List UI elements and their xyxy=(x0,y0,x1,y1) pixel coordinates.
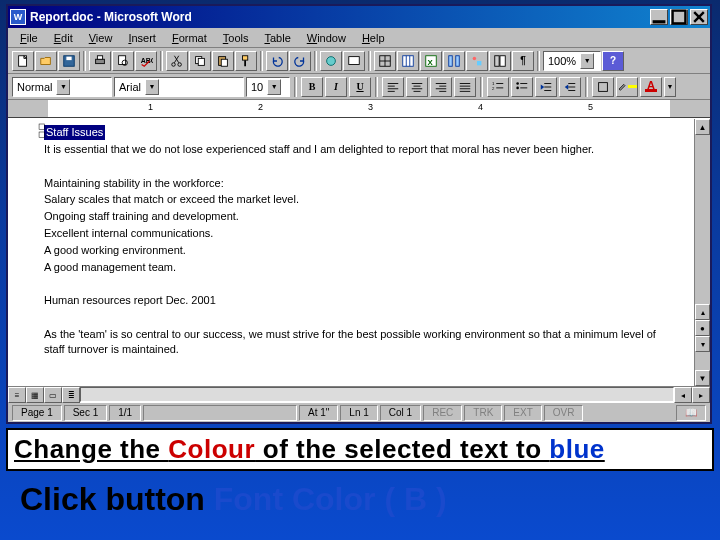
font-dropdown[interactable]: Arial ▼ xyxy=(114,77,244,97)
doc-list-heading[interactable]: Maintaining stability in the workforce: xyxy=(44,176,678,191)
borders-icon[interactable] xyxy=(592,77,614,97)
spellcheck-icon[interactable]: ABC xyxy=(135,51,157,71)
tables-borders-icon[interactable] xyxy=(374,51,396,71)
scroll-left-icon[interactable]: ◂ xyxy=(674,387,692,403)
doc-list-item[interactable]: Excellent internal communications. xyxy=(44,226,678,241)
page-layout-view-icon[interactable]: ▭ xyxy=(44,387,62,403)
copy-icon[interactable] xyxy=(189,51,211,71)
prev-page-icon[interactable]: ▴ xyxy=(695,304,710,320)
align-left-icon[interactable] xyxy=(382,77,404,97)
maximize-button[interactable] xyxy=(670,9,688,25)
italic-button[interactable]: I xyxy=(325,77,347,97)
menu-help[interactable]: Help xyxy=(354,30,393,46)
standard-toolbar: ABC X ¶ 100% ▼ ? xyxy=(8,48,710,74)
undo-icon[interactable] xyxy=(266,51,288,71)
help-icon[interactable]: ? xyxy=(602,51,624,71)
horizontal-scrollbar[interactable] xyxy=(80,387,674,402)
hyperlink-icon[interactable] xyxy=(320,51,342,71)
decrease-indent-icon[interactable] xyxy=(535,77,557,97)
menu-tools[interactable]: Tools xyxy=(215,30,257,46)
menu-insert[interactable]: Insert xyxy=(120,30,164,46)
font-color-letter: A xyxy=(647,81,655,89)
align-justify-icon[interactable] xyxy=(454,77,476,97)
status-trk[interactable]: TRK xyxy=(464,405,502,421)
print-icon[interactable] xyxy=(89,51,111,71)
menu-window[interactable]: Window xyxy=(299,30,354,46)
cut-icon[interactable] xyxy=(166,51,188,71)
document-content[interactable]: Staff Issues It is essential that we do … xyxy=(8,119,710,365)
align-center-icon[interactable] xyxy=(406,77,428,97)
ruler-tick: 5 xyxy=(588,102,593,112)
online-layout-view-icon[interactable]: ▦ xyxy=(26,387,44,403)
style-dropdown[interactable]: Normal ▼ xyxy=(12,77,112,97)
scroll-down-icon[interactable]: ▼ xyxy=(695,370,710,386)
status-book-icon[interactable]: 📖 xyxy=(676,405,706,421)
highlight-button[interactable] xyxy=(616,77,638,97)
font-size-dropdown[interactable]: 10 ▼ xyxy=(246,77,290,97)
instr1-blue: blue xyxy=(549,434,604,464)
doc-list-item[interactable]: A good management team. xyxy=(44,260,678,275)
web-toolbar-icon[interactable] xyxy=(343,51,365,71)
document-area[interactable]: ◻◻ Staff Issues It is essential that we … xyxy=(8,118,710,386)
menu-view[interactable]: View xyxy=(81,30,121,46)
formatting-toolbar: Normal ▼ Arial ▼ 10 ▼ B I U 12 A ▼ xyxy=(8,74,710,100)
doc-list-item[interactable]: A good working environment. xyxy=(44,243,678,258)
chevron-down-icon[interactable]: ▼ xyxy=(56,79,70,95)
svg-point-60 xyxy=(516,86,519,89)
vertical-scrollbar[interactable]: ▲ ▴ ● ▾ ▼ xyxy=(694,119,710,386)
show-paragraph-icon[interactable]: ¶ xyxy=(512,51,534,71)
doc-list-item[interactable]: Ongoing staff training and development. xyxy=(44,209,678,224)
menu-table[interactable]: Table xyxy=(256,30,298,46)
doc-map-icon[interactable] xyxy=(489,51,511,71)
status-ovr[interactable]: OVR xyxy=(544,405,584,421)
selected-text[interactable]: Staff Issues xyxy=(44,125,105,140)
status-ext[interactable]: EXT xyxy=(504,405,541,421)
ruler-tick: 1 xyxy=(148,102,153,112)
status-rec[interactable]: REC xyxy=(423,405,462,421)
numbered-list-icon[interactable]: 12 xyxy=(487,77,509,97)
minimize-button[interactable] xyxy=(650,9,668,25)
close-button[interactable] xyxy=(690,9,708,25)
next-page-icon[interactable]: ▾ xyxy=(695,336,710,352)
svg-text:2: 2 xyxy=(492,85,495,90)
browse-object-icon[interactable]: ● xyxy=(695,320,710,336)
svg-rect-33 xyxy=(456,55,460,66)
normal-view-icon[interactable]: ≡ xyxy=(8,387,26,403)
paste-icon[interactable] xyxy=(212,51,234,71)
columns-icon[interactable] xyxy=(443,51,465,71)
doc-paragraph[interactable]: It is essential that we do not lose expe… xyxy=(44,142,678,157)
print-preview-icon[interactable] xyxy=(112,51,134,71)
menu-format[interactable]: Format xyxy=(164,30,215,46)
outline-view-icon[interactable]: ≣ xyxy=(62,387,80,403)
font-color-dropdown[interactable]: ▼ xyxy=(664,77,676,97)
instr1-colour: Colour xyxy=(168,434,255,464)
open-icon[interactable] xyxy=(35,51,57,71)
insert-table-icon[interactable] xyxy=(397,51,419,71)
status-pages: 1/1 xyxy=(109,405,141,421)
scroll-up-icon[interactable]: ▲ xyxy=(695,119,710,135)
bold-button[interactable]: B xyxy=(301,77,323,97)
redo-icon[interactable] xyxy=(289,51,311,71)
increase-indent-icon[interactable] xyxy=(559,77,581,97)
bulleted-list-icon[interactable] xyxy=(511,77,533,97)
align-right-icon[interactable] xyxy=(430,77,452,97)
ruler[interactable]: 1 2 3 4 5 xyxy=(8,100,710,118)
zoom-dropdown[interactable]: 100% ▼ xyxy=(543,51,601,71)
instr2-pre: Click button xyxy=(20,481,214,517)
format-painter-icon[interactable] xyxy=(235,51,257,71)
menu-edit[interactable]: Edit xyxy=(46,30,81,46)
doc-hr-line[interactable]: Human resources report Dec. 2001 xyxy=(44,293,678,308)
font-color-button[interactable]: A xyxy=(640,77,662,97)
underline-button[interactable]: U xyxy=(349,77,371,97)
excel-icon[interactable]: X xyxy=(420,51,442,71)
drawing-icon[interactable] xyxy=(466,51,488,71)
chevron-down-icon[interactable]: ▼ xyxy=(580,53,594,69)
doc-paragraph[interactable]: As the 'team' is so central to our succe… xyxy=(44,327,678,357)
chevron-down-icon[interactable]: ▼ xyxy=(267,79,281,95)
new-doc-icon[interactable] xyxy=(12,51,34,71)
chevron-down-icon[interactable]: ▼ xyxy=(145,79,159,95)
save-icon[interactable] xyxy=(58,51,80,71)
doc-list-item[interactable]: Salary scales that match or exceed the m… xyxy=(44,192,678,207)
scroll-right-icon[interactable]: ▸ xyxy=(692,387,710,403)
menu-file[interactable]: File xyxy=(12,30,46,46)
